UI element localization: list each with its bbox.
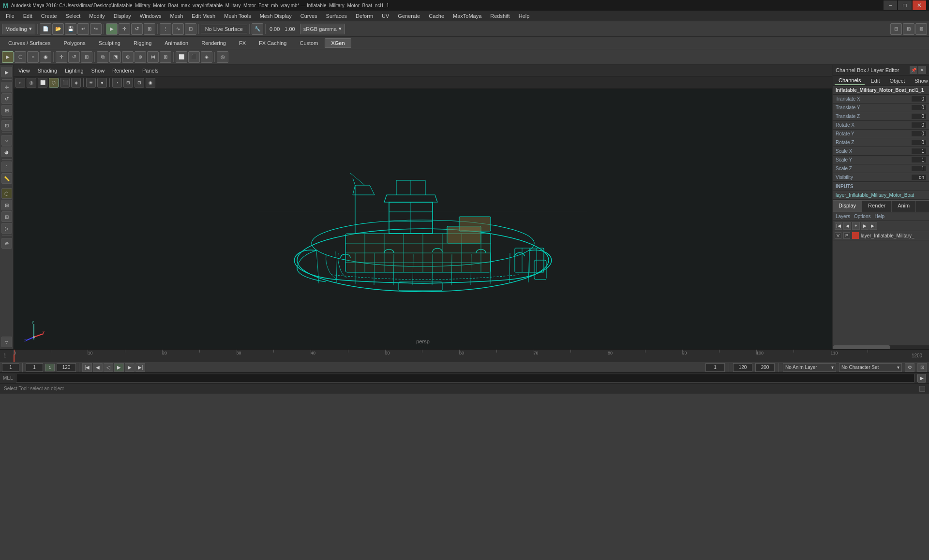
tool-lasso-btn[interactable]: ⬡ (15, 51, 26, 63)
frame-max-input[interactable] (755, 363, 775, 372)
menu-create[interactable]: Create (37, 12, 61, 20)
snap-curve-button[interactable]: ∿ (172, 23, 184, 35)
tab-curves-surfaces[interactable]: Curves / Surfaces (2, 38, 57, 48)
menu-curves[interactable]: Curves (297, 12, 321, 20)
tab-show[interactable]: Show (911, 77, 929, 85)
tool-merge-btn[interactable]: ⊕ (122, 51, 134, 63)
anim-layer-dropdown[interactable]: No Anim Layer ▾ (783, 363, 836, 372)
undo-button[interactable]: ↩ (77, 23, 89, 35)
tool-scale-btn[interactable]: ⊞ (81, 51, 92, 63)
layer-visibility-v[interactable]: V (835, 232, 841, 239)
snap-point-button[interactable]: ⊡ (185, 23, 196, 35)
channel-rotate-z[interactable]: Rotate Z 0 (833, 138, 929, 147)
open-file-button[interactable]: 📂 (52, 23, 64, 35)
tool-extrude-btn[interactable]: ⧉ (97, 51, 108, 63)
tab-sculpting[interactable]: Sculpting (92, 38, 127, 48)
menu-file[interactable]: File (2, 12, 18, 20)
tab-animation[interactable]: Animation (158, 38, 195, 48)
menu-select[interactable]: Select (62, 12, 85, 20)
channel-translate-y[interactable]: Translate Y 0 (833, 103, 929, 112)
vt-renderer[interactable]: Renderer (109, 67, 137, 74)
lt-render-btn[interactable]: ⊞ (1, 211, 12, 222)
layer-playback-p[interactable]: P (843, 232, 850, 239)
menu-windows[interactable]: Windows (136, 12, 165, 20)
menu-help[interactable]: Help (515, 12, 534, 20)
lt-anim-btn[interactable]: ▷ (1, 223, 12, 234)
channel-scale-y[interactable]: Scale Y 1 (833, 156, 929, 164)
vi-solid-btn[interactable]: ⬛ (60, 78, 70, 88)
tab-edit[interactable]: Edit (867, 77, 884, 85)
lt-rotate-btn[interactable]: ↺ (1, 93, 12, 104)
menu-mesh-tools[interactable]: Mesh Tools (220, 12, 255, 20)
redo-button[interactable]: ↪ (90, 23, 102, 35)
layer-row-1[interactable]: V P layer_Inflatable_Military_ (833, 231, 929, 240)
mel-run-btn[interactable]: ▶ (917, 374, 926, 383)
vi-focus-btn[interactable]: ◎ (27, 78, 36, 88)
vi-light-btn[interactable]: ☀ (86, 78, 96, 88)
scrollbar-thumb[interactable] (833, 345, 890, 349)
new-file-button[interactable]: 📄 (40, 23, 51, 35)
tool-bridge-btn[interactable]: ⋈ (147, 51, 159, 63)
tool-split-btn[interactable]: ⊗ (135, 51, 146, 63)
right-panel-scrollbar[interactable] (833, 345, 929, 349)
vt-panels[interactable]: Panels (139, 67, 162, 74)
play-forward-btn[interactable]: ▶ (114, 363, 124, 372)
menu-edit[interactable]: Edit (19, 12, 36, 20)
tool-display-btn[interactable]: ◎ (217, 51, 228, 63)
vt-lighting[interactable]: Lighting (62, 67, 87, 74)
tool-move-btn[interactable]: ✛ (56, 51, 67, 63)
lt-grid-btn[interactable]: ⋮ (1, 162, 12, 172)
vt-shading[interactable]: Shading (35, 67, 60, 74)
mode-dropdown[interactable]: Modeling ▾ (2, 24, 35, 34)
select-tool-button[interactable]: ▶ (106, 23, 118, 35)
tool-rotate-btn[interactable]: ↺ (68, 51, 80, 63)
save-file-button[interactable]: 💾 (65, 23, 76, 35)
range-end-input[interactable] (57, 363, 76, 372)
lt-layer-btn[interactable]: ⊟ (1, 200, 12, 210)
minimize-button[interactable]: − (884, 0, 897, 10)
dra-tab-display[interactable]: Display (833, 201, 862, 212)
goto-start-btn[interactable]: |◀ (82, 363, 92, 372)
layer-last-btn[interactable]: ▶| (869, 222, 877, 230)
channel-scale-x[interactable]: Scale X 1 (833, 147, 929, 156)
layers-label[interactable]: Layers (836, 214, 850, 219)
current-frame-input[interactable] (2, 363, 19, 372)
snap-grid-button[interactable]: ⋮ (160, 23, 171, 35)
play-back-btn[interactable]: ◁ (104, 363, 113, 372)
layout-button-2[interactable]: ⊞ (903, 23, 914, 35)
step-forward-btn[interactable]: ▶ (125, 363, 135, 372)
channel-translate-z[interactable]: Translate Z 0 (833, 112, 929, 121)
layer-add-btn[interactable]: + (852, 222, 860, 230)
menu-surfaces[interactable]: Surfaces (322, 12, 351, 20)
layout-button-3[interactable]: ⊠ (915, 23, 927, 35)
close-button[interactable]: ✕ (913, 0, 926, 10)
tab-rigging[interactable]: Rigging (127, 38, 158, 48)
dra-tab-anim[interactable]: Anim (892, 201, 916, 212)
frame-number-right[interactable] (705, 363, 725, 372)
lt-extra-btn[interactable]: ⊕ (1, 238, 12, 249)
lt-xgen-btn[interactable]: ⬡ (1, 188, 12, 199)
vi-isolate-btn[interactable]: ◉ (146, 78, 155, 88)
cb-close-btn[interactable]: ✕ (918, 66, 926, 74)
tool-bevel-btn[interactable]: ⬔ (109, 51, 121, 63)
lt-select-btn[interactable]: ▶ (1, 67, 12, 77)
tool-smooth-btn[interactable]: ◈ (201, 51, 212, 63)
vi-camera-btn[interactable]: ⊡ (135, 78, 144, 88)
menu-generate[interactable]: Generate (394, 12, 424, 20)
tab-polygons[interactable]: Polygons (57, 38, 91, 48)
menu-deform[interactable]: Deform (352, 12, 377, 20)
lt-move-btn[interactable]: ✛ (1, 82, 12, 92)
lt-scale-btn[interactable]: ⊞ (1, 105, 12, 116)
anim-settings-btn[interactable]: ⚙ (905, 363, 914, 372)
vi-home-btn[interactable]: ⌂ (15, 78, 25, 88)
vi-shadow-btn[interactable]: ● (97, 78, 107, 88)
tool-append-btn[interactable]: ⊞ (160, 51, 171, 63)
lt-bottom-btn[interactable]: ▿ (1, 337, 12, 347)
menu-mesh-display[interactable]: Mesh Display (256, 12, 296, 20)
menu-modify[interactable]: Modify (85, 12, 108, 20)
help-label[interactable]: Help (874, 214, 884, 219)
lt-brush-btn[interactable]: ◕ (1, 147, 12, 157)
channel-scale-z[interactable]: Scale Z 1 (833, 164, 929, 173)
tab-xgen[interactable]: XGen (325, 38, 351, 48)
layer-prev-btn[interactable]: ◀ (843, 222, 851, 230)
